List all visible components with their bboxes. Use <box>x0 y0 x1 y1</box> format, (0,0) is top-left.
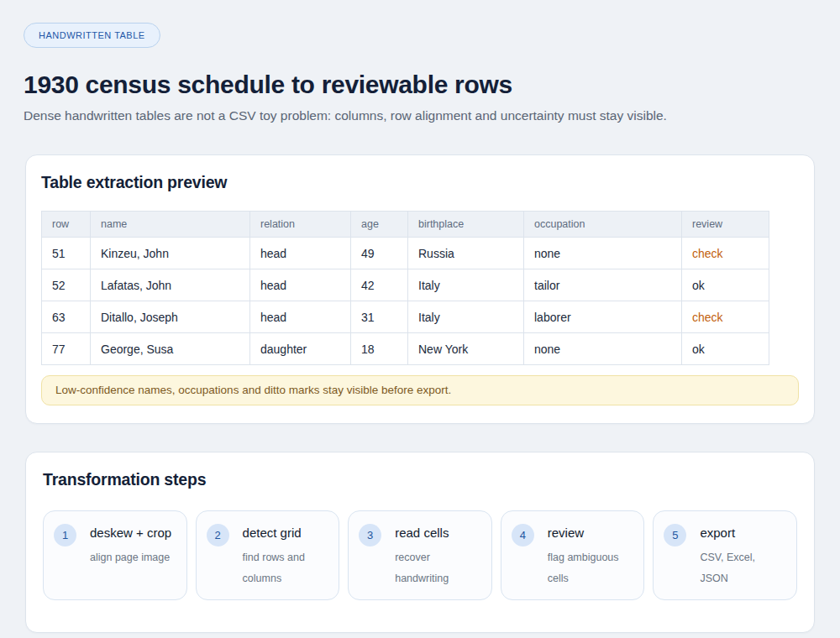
step-number-badge: 4 <box>512 524 534 546</box>
cell-occupation: laborer <box>524 301 682 333</box>
review-status: check <box>682 238 769 269</box>
table-extraction-card: Table extraction preview row name relati… <box>25 154 815 424</box>
column-header-occupation: occupation <box>524 212 682 238</box>
cell-name: Kinzeu, John <box>91 238 250 269</box>
cell-name: Lafatas, John <box>91 269 250 301</box>
page: HANDWRITTEN TABLE 1930 census schedule t… <box>0 0 840 633</box>
cell-birthplace: New York <box>408 333 524 365</box>
step-description: CSV, Excel, JSON <box>700 547 785 589</box>
step-label: deskew + crop <box>90 525 175 541</box>
cell-birthplace: Russia <box>408 238 524 269</box>
transformation-steps-card: Transformation steps 1 deskew + crop ali… <box>25 452 815 633</box>
step-card-read-cells: 3 read cells recover handwriting <box>348 510 492 600</box>
step-label: read cells <box>395 525 480 541</box>
cell-row: 52 <box>42 269 91 301</box>
step-card-detect-grid: 2 detect grid find rows and columns <box>196 510 340 600</box>
cell-relation: daughter <box>250 333 351 365</box>
cell-age: 49 <box>351 238 408 269</box>
column-header-birthplace: birthplace <box>408 212 524 238</box>
table-row: 51 Kinzeu, John head 49 Russia none chec… <box>42 238 769 269</box>
cell-relation: head <box>250 269 351 301</box>
step-label: detect grid <box>243 525 328 541</box>
column-header-age: age <box>351 212 408 238</box>
transformation-steps-title: Transformation steps <box>43 470 797 489</box>
review-status: check <box>682 301 769 333</box>
column-header-relation: relation <box>250 212 351 238</box>
page-title: 1930 census schedule to reviewable rows <box>24 72 816 97</box>
step-card-deskew-crop: 1 deskew + crop align page image <box>43 510 187 600</box>
table-row: 77 George, Susa daughter 18 New York non… <box>42 333 769 365</box>
step-label: export <box>700 525 785 541</box>
table-row: 63 Ditallo, Joseph head 31 Italy laborer… <box>42 301 769 333</box>
table-header-row: row name relation age birthplace occupat… <box>42 212 769 238</box>
step-number-badge: 2 <box>207 524 229 546</box>
review-status: ok <box>682 333 769 365</box>
column-header-name: name <box>91 212 250 238</box>
column-header-review: review <box>682 212 769 238</box>
step-number-badge: 3 <box>359 524 381 546</box>
cell-birthplace: Italy <box>408 269 524 301</box>
cell-occupation: none <box>524 238 682 269</box>
step-number-badge: 1 <box>54 524 76 546</box>
cell-relation: head <box>250 238 351 269</box>
review-status: ok <box>682 269 769 301</box>
low-confidence-note: Low-confidence names, occupations and di… <box>41 375 799 405</box>
column-header-row: row <box>42 212 91 238</box>
cell-occupation: none <box>524 333 682 365</box>
page-subtitle: Dense handwritten tables are not a CSV t… <box>24 108 816 123</box>
cell-age: 31 <box>351 301 408 333</box>
steps-row: 1 deskew + crop align page image 2 detec… <box>43 510 797 600</box>
step-description: recover handwriting <box>395 547 480 589</box>
cell-row: 63 <box>42 301 91 333</box>
cell-row: 51 <box>42 238 91 269</box>
step-card-export: 5 export CSV, Excel, JSON <box>653 510 797 600</box>
cell-row: 77 <box>42 333 91 365</box>
cell-name: George, Susa <box>91 333 250 365</box>
cell-birthplace: Italy <box>408 301 524 333</box>
step-description: find rows and columns <box>243 547 328 589</box>
step-label: review <box>548 525 633 541</box>
cell-age: 42 <box>351 269 408 301</box>
table-extraction-title: Table extraction preview <box>41 173 799 192</box>
table-row: 52 Lafatas, John head 42 Italy tailor ok <box>42 269 769 301</box>
cell-age: 18 <box>351 333 408 365</box>
step-description: flag ambiguous cells <box>548 547 633 589</box>
extraction-table: row name relation age birthplace occupat… <box>41 211 769 365</box>
step-description: align page image <box>90 547 175 568</box>
step-card-review: 4 review flag ambiguous cells <box>501 510 645 600</box>
cell-occupation: tailor <box>524 269 682 301</box>
cell-relation: head <box>250 301 351 333</box>
cell-name: Ditallo, Joseph <box>91 301 250 333</box>
step-number-badge: 5 <box>664 524 686 546</box>
handwritten-table-badge: HANDWRITTEN TABLE <box>24 23 160 48</box>
